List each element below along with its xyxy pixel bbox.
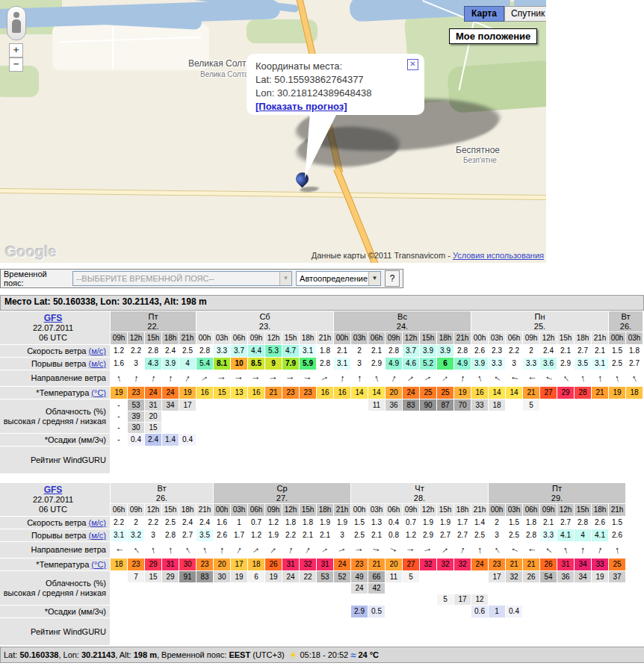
temperature-cell: 25 xyxy=(609,558,625,570)
wind-speed-cell: 1.2 xyxy=(265,517,282,529)
forecast-row-group: *Осадки (мм/3ч)-0.42.41.40.4 xyxy=(0,434,644,446)
cloud-mid-cell xyxy=(128,583,144,594)
cloud-low-cell xyxy=(592,423,608,433)
wind-direction-cell: ↑ xyxy=(248,370,264,386)
cloud-high-cell xyxy=(214,399,230,411)
cloud-mid-cell xyxy=(248,583,264,594)
cloud-high-cell xyxy=(282,399,299,411)
hour-header-cell: 09h xyxy=(540,504,557,516)
cloud-mid-cell xyxy=(471,411,488,422)
hour-header-cell: 00h xyxy=(334,332,350,344)
pegman-control[interactable] xyxy=(7,6,26,40)
cloud-mid-cell xyxy=(609,411,625,422)
wind-speed-cell: 1 xyxy=(231,517,247,529)
popup-title: Координаты места: xyxy=(256,60,415,73)
wind-direction-cell: ↑ xyxy=(454,542,471,558)
terms-link[interactable]: Условия использования xyxy=(453,251,544,260)
wind-speed-cell: 2.8 xyxy=(196,345,213,357)
wind-speed-cell: 1.9 xyxy=(437,517,453,529)
row-label: Направление ветра xyxy=(0,370,110,386)
wind-arrow-icon: ↑ xyxy=(249,543,264,556)
cloud-low-cell xyxy=(454,423,471,433)
temperature-cell: 24 xyxy=(334,558,350,570)
temperature-cell: 21 xyxy=(368,558,385,570)
cloud-low-cell xyxy=(368,423,385,433)
cloud-low-cell xyxy=(557,594,574,605)
help-button[interactable]: ? xyxy=(385,270,400,287)
cloud-high-cell: 34 xyxy=(575,571,591,582)
wind-arrow-icon: ↑ xyxy=(420,373,436,385)
precipitation-cell xyxy=(179,606,196,617)
hour-header-cell: 09h xyxy=(265,504,282,516)
wind-arrow-icon: ↑ xyxy=(403,371,418,385)
my-location-button[interactable]: Мое положение xyxy=(449,28,537,44)
map-type-button[interactable]: Карта xyxy=(464,6,504,22)
cloud-low-row: 51712 xyxy=(111,594,626,605)
gusts-unit-link[interactable]: (м/с) xyxy=(89,359,106,368)
hour-header-cell: 03h xyxy=(351,332,368,344)
model-gfs-link[interactable]: GFS xyxy=(44,314,63,323)
wind-direction-cell: ↑ xyxy=(162,542,179,558)
hour-header-cell: 18h xyxy=(300,332,316,344)
temperature-cell: 31 xyxy=(162,558,179,570)
wind-speed-row: 2.222.22.52.42.41.610.71.21.81.81.91.91.… xyxy=(111,517,626,529)
timezone-auto-select[interactable]: Автоопределение ▼ xyxy=(296,271,381,286)
cloud-low-cell xyxy=(557,423,574,433)
cloud-low-cell xyxy=(282,594,299,605)
satellite-type-button[interactable]: Спутник xyxy=(504,6,546,22)
precipitation-cell xyxy=(248,434,264,446)
map-canvas[interactable]: Великая Солтановка Велика Солтанівка Бес… xyxy=(0,0,546,263)
hour-header-cell: 21h xyxy=(454,332,471,344)
wind-speed-cell: 2 xyxy=(128,517,144,529)
wind-gusts-cell: 2.9 xyxy=(368,358,385,370)
cloud-low-cell xyxy=(265,423,282,433)
gusts-unit-link[interactable]: (м/с) xyxy=(89,531,106,540)
cloud-low-cell xyxy=(248,423,264,433)
status-lat: 50.160338 xyxy=(19,650,58,659)
wind-speed-cell: 1.8 xyxy=(523,517,539,529)
forecast-row-group: Направление ветра↑↑↑↑↑↑↑↑↑↑↑↑↑↑↑↑↑↑↑↑↑↑↑… xyxy=(0,542,644,558)
wind-gusts-cell: 3 xyxy=(145,529,161,541)
temperature-cell: 18 xyxy=(248,558,264,570)
temperature-cell: 14 xyxy=(489,387,505,399)
wind-direction-cell: ↑ xyxy=(575,542,591,558)
speed-unit-link[interactable]: (м/с) xyxy=(89,346,106,355)
cloud-low-cell xyxy=(626,423,643,433)
wind-direction-cell: ↑ xyxy=(179,370,196,386)
temperature-cell: 21 xyxy=(506,558,522,570)
wind-gusts-cell: 2.1 xyxy=(317,529,333,541)
temp-unit-link[interactable]: (°C) xyxy=(91,560,106,569)
daylight-hours: 05:18 - 20:52 xyxy=(300,650,348,659)
temperature-cell: 13 xyxy=(231,387,247,399)
wind-speed-cell: 2.7 xyxy=(557,517,574,529)
temperature-cell: 16 xyxy=(334,387,350,399)
precipitation-cell xyxy=(334,434,350,446)
cloud-low-cell xyxy=(351,594,368,605)
zoom-out-button[interactable]: − xyxy=(9,57,23,72)
speed-unit-link[interactable]: (м/с) xyxy=(89,518,106,527)
precipitation-cell xyxy=(575,606,591,617)
wind-direction-cell: ↑ xyxy=(300,370,316,386)
temp-unit-link[interactable]: (°C) xyxy=(91,388,106,397)
wind-speed-cell: 2.7 xyxy=(575,345,591,357)
wind-direction-cell: ↑ xyxy=(626,370,643,386)
show-forecast-link[interactable]: [Показать прогноз] xyxy=(256,101,347,112)
wind-arrow-icon: ↑ xyxy=(197,372,213,385)
close-icon[interactable]: ✕ xyxy=(407,59,418,70)
cloud-mid-cell xyxy=(575,583,591,594)
cloud-low-cell xyxy=(523,594,539,605)
cloud-high-cell: 34 xyxy=(162,399,179,411)
wind-arrow-icon: ↑ xyxy=(580,542,586,558)
cloud-high-cell: 29 xyxy=(162,571,179,582)
wind-speed-cell: 2 xyxy=(489,517,505,529)
cloud-high-cell xyxy=(196,399,213,411)
wind-gusts-cell: 2.7 xyxy=(437,529,453,541)
zoom-in-button[interactable]: + xyxy=(9,43,23,57)
popup-tail xyxy=(290,112,350,184)
wind-gusts-cell: 2.7 xyxy=(454,529,471,541)
hour-header-cell: 03h xyxy=(506,504,522,516)
precipitation-cell xyxy=(386,606,402,617)
model-gfs-link[interactable]: GFS xyxy=(44,485,63,495)
wind-speed-cell: 1.9 xyxy=(420,517,436,529)
timezone-select[interactable]: --ВЫБЕРИТЕ ВРЕМЕННОЙ ПОЯС-- ▼ xyxy=(72,271,292,286)
